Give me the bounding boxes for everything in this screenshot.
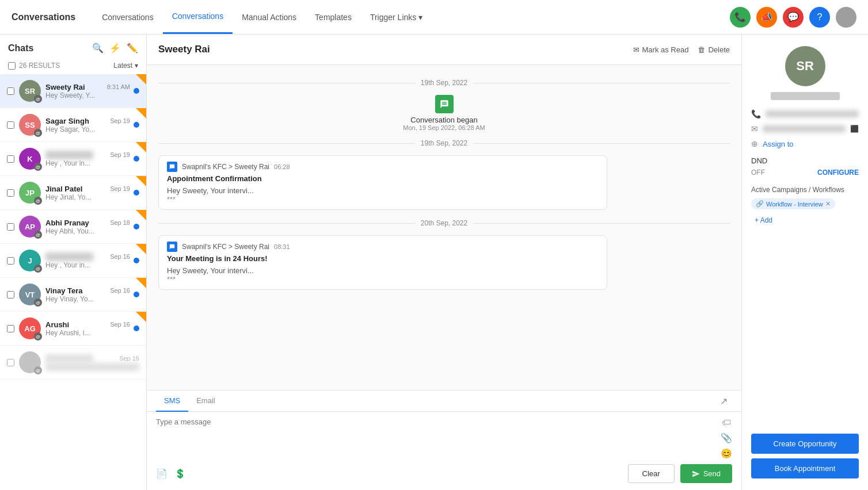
tab-sms[interactable]: SMS [156,391,188,412]
unread-indicator [134,258,139,263]
megaphone-icon-btn[interactable]: 📣 [756,7,777,28]
tab-trigger-links[interactable]: Trigger Links ▾ [361,0,432,34]
chat-checkbox[interactable] [7,359,14,366]
chat-checkbox[interactable] [7,189,14,197]
compose-footer-left: 📄 💲 [156,468,186,479]
chat-checkbox[interactable] [7,155,14,163]
conversation-begun: Conversation began Mon, 19 Sep 2022, 06:… [158,95,730,131]
clear-button[interactable]: Clear [628,464,675,483]
sms-channel-icon [167,162,177,172]
tab-templates[interactable]: Templates [306,0,361,34]
app-title: Conversations [12,12,75,22]
delete-button[interactable]: 🗑 Delete [698,45,730,54]
remove-workflow-button[interactable]: ✕ [825,200,831,208]
compose-input-icons: 🏷 📎 😊 [721,418,732,459]
tab-email[interactable]: Email [188,391,223,412]
nav-icons: 📞 📣 💬 ? [730,7,856,28]
priority-corner [136,176,146,186]
unread-indicator [134,88,139,94]
phone-row: 📞 hidden number [751,109,859,118]
attachment-icon[interactable]: 📎 [721,432,732,443]
conversation-icon [435,95,454,113]
dnd-row: DND [751,156,859,165]
chat-item-vinay-tera[interactable]: VT @ Vinay Tera Sep 16 Hey Vinay, Yo... [0,278,146,312]
book-appointment-button[interactable]: Book Appointment [751,458,859,478]
tab-manual-actions[interactable]: Manual Actions [233,0,306,34]
chat-checkbox[interactable] [7,291,14,298]
chat-info: Arushi Sep 16 Hey Arushi, l... [45,320,130,337]
configure-dnd-button[interactable]: CONFIGURE [817,169,859,177]
send-button[interactable]: Send [680,464,732,483]
chat-item-jinal-patel[interactable]: JP @ Jinal Patel Sep 19 Hey Jinal, Yo... [0,176,146,210]
contact-avatar: SR [785,46,825,86]
add-campaign-button[interactable]: + Add [755,216,772,224]
chats-title: Chats [8,43,33,53]
chat-item-abhi-pranay[interactable]: AP @ Abhi Pranay Sep 18 Hey Abhi, You... [0,210,146,244]
compose-area: SMS Email ↗ 🏷 📎 😊 📄 💲 [147,390,741,490]
chat-item-sweety-rai[interactable]: SR @ Sweety Rai 8:31 AM Hey Sweety, Y... [0,74,146,108]
date-divider-2: 19th Sep, 2022 [158,139,730,147]
workflow-icon: 🔗 [756,200,764,208]
avatar: SS @ [19,114,41,136]
chat-info: Vinay Tera Sep 16 Hey Vinay, Yo... [45,286,130,303]
trash-icon: 🗑 [698,45,705,54]
chat-item-sagar-singh[interactable]: SS @ Sagar Singh Sep 19 Hey Sagar, Yo... [0,108,146,142]
tag-icon[interactable]: 🏷 [722,418,731,428]
phone-icon-btn[interactable]: 📞 [730,7,751,28]
filter-row: 26 RESULTS Latest ▾ [0,59,146,74]
message-input[interactable] [156,418,732,452]
send-icon [692,470,700,478]
chat-info: Hidden Name Sep 16 Hey , Your in... [45,252,130,269]
chat-checkbox[interactable] [7,223,14,231]
email-action-icon[interactable]: ⬛ [850,125,859,133]
chat-item-blurred-3[interactable]: @ Hidden Name Sep 16 Hidden preview [0,346,146,380]
search-icon[interactable]: 🔍 [92,43,104,53]
emoji-icon[interactable]: 😊 [721,448,732,459]
top-nav: Conversations Conversations Conversation… [0,0,868,35]
unread-indicator [134,224,139,229]
compose-tabs: SMS Email ↗ [147,391,741,412]
compose-footer-right: Clear Send [628,464,732,483]
results-count: 26 RESULTS [8,62,60,70]
chat-item-blurred-2[interactable]: J @ Hidden Name Sep 16 Hey , Your in... [0,244,146,278]
nav-tabs: Conversations Conversations Manual Actio… [93,0,432,34]
chat-checkbox[interactable] [7,87,14,95]
chat-checkbox[interactable] [7,325,14,332]
chat-checkbox[interactable] [7,121,14,129]
edit-icon[interactable]: ✏️ [127,43,138,53]
message-card-2: Swapnil's KFC > Sweety Rai 08:31 Your Me… [158,235,607,290]
chat-item-blurred-1[interactable]: K @ Hidden Name Sep 19 Hey , Your in... [0,142,146,176]
chat-checkbox[interactable] [7,257,14,265]
tab-conversations[interactable]: Conversations [93,0,163,34]
template-icon[interactable]: 📄 [156,468,167,479]
chat-item-arushi[interactable]: AG @ Arushi Sep 16 Hey Arushi, l... [0,312,146,346]
chat-info: Jinal Patel Sep 19 Hey Jinal, Yo... [45,185,130,201]
expand-icon[interactable]: ↗ [715,391,732,411]
chat-main: Sweety Rai ✉ Mark as Read 🗑 Delete 19th … [147,35,741,490]
main-layout: Chats 🔍 ⚡ ✏️ 26 RESULTS Latest ▾ [0,35,868,490]
select-all-checkbox[interactable] [8,62,16,70]
tab-conversations-active[interactable]: Conversations [163,0,233,34]
avatar: VT @ [19,284,41,305]
assign-to-row[interactable]: ⊕ Assign to [751,139,859,148]
chat-header: Sweety Rai ✉ Mark as Read 🗑 Delete [147,35,741,65]
user-avatar-nav[interactable] [836,7,856,28]
help-icon-btn[interactable]: ? [809,7,830,28]
envelope-icon: ✉ [633,45,639,54]
mark-as-read-button[interactable]: ✉ Mark as Read [633,45,689,54]
dollar-icon[interactable]: 💲 [174,468,186,479]
avatar: J @ [19,250,41,271]
chat-info: Sweety Rai 8:31 AM Hey Sweety, Y... [45,83,130,99]
sort-dropdown[interactable]: Latest ▾ [113,62,138,70]
filter-icon[interactable]: ⚡ [109,43,121,53]
compose-footer: 📄 💲 Clear Send [147,460,741,490]
at-icon: @ [34,265,42,273]
create-opportunity-button[interactable]: Create Opportunity [751,434,859,454]
avatar: @ [19,351,41,373]
chat-list: SR @ Sweety Rai 8:31 AM Hey Sweety, Y... [0,74,146,490]
chat-contact-name: Sweety Rai [158,44,210,55]
priority-corner [136,74,146,85]
compose-input-area: 🏷 📎 😊 [147,412,741,460]
at-icon: @ [34,332,42,340]
chat-icon-btn[interactable]: 💬 [783,7,804,28]
